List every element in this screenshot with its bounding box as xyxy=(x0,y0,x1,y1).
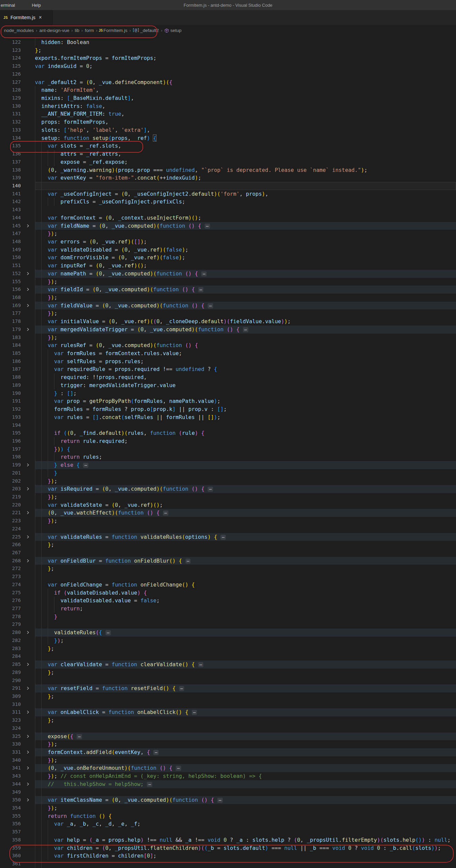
code-line-text[interactable]: var resetField = function resetField() {… xyxy=(35,684,456,692)
code-line-text[interactable] xyxy=(35,652,456,660)
breadcrumb-item[interactable]: lib xyxy=(75,28,79,33)
code-line-text[interactable] xyxy=(35,701,456,709)
code-line-text[interactable]: props: formItemProps, xyxy=(35,118,456,126)
fold-chevron-icon[interactable] xyxy=(21,708,35,716)
fold-chevron-icon[interactable] xyxy=(21,222,35,230)
code-line-text[interactable] xyxy=(35,525,456,533)
code-line-text[interactable] xyxy=(35,206,456,214)
code-line-text[interactable]: }); xyxy=(35,293,456,302)
code-line-text[interactable]: if (validateDisabled.value) { xyxy=(35,589,456,597)
code-line-text[interactable]: var selfRules = props.rules; xyxy=(35,358,456,366)
code-line-text[interactable]: }; xyxy=(35,565,456,573)
code-line-text[interactable]: var itemClassName = (0, _vue.computed)(f… xyxy=(35,796,456,804)
fold-chevron-icon[interactable] xyxy=(21,628,35,637)
code-line-text[interactable]: var clearValidate = function clearValida… xyxy=(35,660,456,669)
code-line-text[interactable]: var _useConfigInject = (0, _useConfigInj… xyxy=(35,190,456,198)
code-line-text[interactable]: var children = (0, _propsUtil.flattenChi… xyxy=(35,844,456,852)
code-line-text[interactable]: var _default2 = (0, _vue.defineComponent… xyxy=(35,79,456,87)
code-line-text[interactable]: exports.formItemProps = formItemProps; xyxy=(35,54,456,62)
code-line-text[interactable]: }); // const onHelpAnimEnd = (_key: stri… xyxy=(35,772,456,780)
folded-code-ellipsis[interactable]: ⋯ xyxy=(186,559,191,564)
folded-code-ellipsis[interactable]: ⋯ xyxy=(192,710,197,715)
fold-chevron-icon[interactable] xyxy=(21,326,35,334)
breadcrumb-item[interactable]: node_modules xyxy=(4,28,34,33)
fold-chevron-icon[interactable] xyxy=(21,509,35,517)
code-line-text[interactable]: expose = _ref.expose; xyxy=(35,158,456,166)
folded-code-ellipsis[interactable]: ⋯ xyxy=(176,766,181,771)
code-line-text[interactable]: } else {⋯ xyxy=(35,461,456,469)
folded-code-ellipsis[interactable]: ⋯ xyxy=(198,287,204,292)
code-line-text[interactable]: setup: function setup(props, _ref) { xyxy=(35,134,456,142)
fold-chevron-icon[interactable] xyxy=(21,302,35,310)
code-line-text[interactable]: }); xyxy=(35,740,456,748)
code-line-text[interactable]: hidden: Boolean xyxy=(35,38,456,46)
code-line-text[interactable] xyxy=(35,724,456,733)
code-line-text[interactable]: var firstChildren = children[0]; xyxy=(35,852,456,860)
code-line-text[interactable] xyxy=(35,182,456,190)
folded-code-ellipsis[interactable]: ⋯ xyxy=(83,463,88,468)
code-line-text[interactable]: var validateState = (0, _vue.ref)(); xyxy=(35,501,456,509)
code-line-text[interactable]: var rules = [].concat(selfRules || formR… xyxy=(35,413,456,422)
code-line-text[interactable]: name: 'AFormItem', xyxy=(35,86,456,94)
code-line-text[interactable]: }); xyxy=(35,278,456,286)
code-line-text[interactable]: var onFieldChange = function onFieldChan… xyxy=(35,581,456,589)
code-line-text[interactable]: var eventKey = "form-item-".concat(++ind… xyxy=(35,174,456,182)
breadcrumb-item[interactable]: form xyxy=(85,28,94,33)
code-line-text[interactable]: }); xyxy=(35,334,456,342)
folded-code-ellipsis[interactable]: ⋯ xyxy=(201,271,207,276)
folded-code-ellipsis[interactable]: ⋯ xyxy=(179,686,185,691)
code-line-text[interactable]: // this.helpShow = helpShow;⋯ xyxy=(35,780,456,788)
fold-chevron-icon[interactable] xyxy=(21,796,35,804)
code-line-text[interactable]: var inputRef = (0, _vue.ref)(); xyxy=(35,261,456,270)
fold-chevron-icon[interactable] xyxy=(21,780,35,788)
code-line-text[interactable]: }; xyxy=(35,692,456,701)
code-line-text[interactable]: var onFieldBlur = function onFieldBlur()… xyxy=(35,557,456,565)
code-line-text[interactable] xyxy=(35,860,456,868)
folded-code-ellipsis[interactable]: ⋯ xyxy=(221,535,226,540)
fold-chevron-icon[interactable] xyxy=(21,748,35,756)
code-line-text[interactable]: __ANT_NEW_FORM_ITEM: true, xyxy=(35,110,456,118)
fold-chevron-icon[interactable] xyxy=(21,533,35,541)
code-line-text[interactable]: validateRules({⋯ xyxy=(35,628,456,637)
tab-formitem-js[interactable]: JS FormItem.js × xyxy=(0,10,53,25)
code-line-text[interactable]: }); xyxy=(35,637,456,645)
folded-code-ellipsis[interactable]: ⋯ xyxy=(208,303,213,308)
fold-chevron-icon[interactable] xyxy=(21,285,35,293)
folded-code-ellipsis[interactable]: ⋯ xyxy=(147,782,152,787)
code-line-text[interactable]: } xyxy=(35,469,456,477)
code-line-text[interactable]: var fieldValue = (0, _vue.computed)(func… xyxy=(35,302,456,310)
code-line-text[interactable]: var prop = getPropByPath(formRules, name… xyxy=(35,397,456,405)
code-line-text[interactable]: (0, _warning.warning)(props.prop === und… xyxy=(35,166,456,174)
folded-code-ellipsis[interactable]: ⋯ xyxy=(218,798,223,803)
code-line-text[interactable]: validateDisabled.value = false; xyxy=(35,597,456,605)
breadcrumb-item[interactable]: setup xyxy=(170,28,182,33)
code-line-text[interactable]: }; xyxy=(35,716,456,724)
code-line-text[interactable]: var domErrorVisible = (0, _vue.ref)(fals… xyxy=(35,254,456,261)
code-line-text[interactable]: }); xyxy=(35,230,456,238)
fold-chevron-icon[interactable] xyxy=(21,485,35,493)
code-line-text[interactable]: }); xyxy=(35,517,456,525)
folded-code-ellipsis[interactable]: ⋯ xyxy=(163,510,168,516)
code-line-text[interactable]: var slots = _ref.slots, xyxy=(35,142,456,150)
fold-chevron-icon[interactable] xyxy=(21,660,35,669)
menu-item-help[interactable]: Help xyxy=(32,3,41,8)
code-line-text[interactable]: return; xyxy=(35,605,456,613)
code-line-text[interactable]: var fieldId = (0, _vue.computed)(functio… xyxy=(35,285,456,293)
breadcrumb-item[interactable]: FormItem.js xyxy=(103,28,127,33)
breadcrumb-item[interactable]: ant-design-vue xyxy=(39,28,69,33)
code-line-text[interactable]: expose({⋯ xyxy=(35,733,456,741)
folded-code-ellipsis[interactable]: ⋯ xyxy=(243,327,248,332)
code-line-text[interactable]: attrs = _ref.attrs, xyxy=(35,150,456,158)
folded-code-ellipsis[interactable]: ⋯ xyxy=(105,630,111,635)
folded-code-ellipsis[interactable]: ⋯ xyxy=(153,750,159,755)
code-line-text[interactable]: var initialValue = (0, _vue.ref)((0, _cl… xyxy=(35,317,456,326)
breadcrumb-item[interactable]: _default2 xyxy=(140,28,159,33)
code-line-text[interactable]: var validateDisabled = (0, _vue.ref)(fal… xyxy=(35,246,456,254)
fold-chevron-icon[interactable] xyxy=(21,557,35,565)
close-icon[interactable]: × xyxy=(39,14,42,21)
code-line-text[interactable]: var rulesRef = (0, _vue.computed)(functi… xyxy=(35,341,456,349)
code-line-text[interactable]: var namePath = (0, _vue.computed)(functi… xyxy=(35,270,456,278)
code-line-text[interactable] xyxy=(35,422,456,430)
code-line-text[interactable]: }); xyxy=(35,493,456,501)
fold-chevron-icon[interactable] xyxy=(21,270,35,278)
